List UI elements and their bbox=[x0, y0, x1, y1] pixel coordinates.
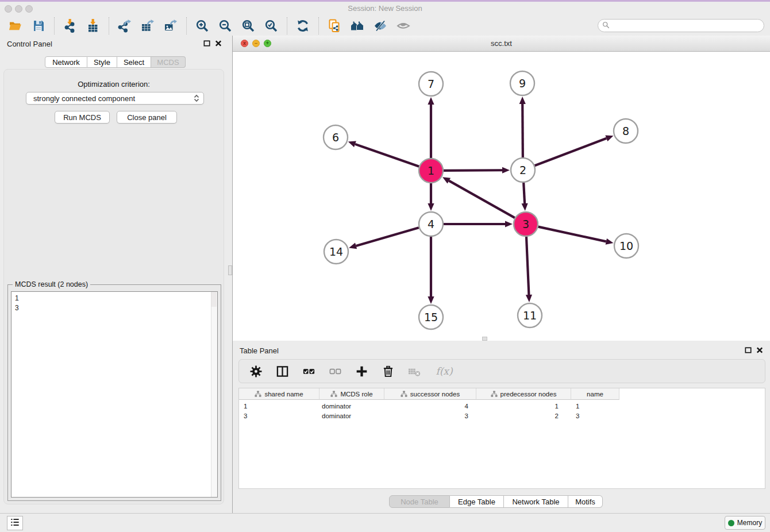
column-label: name bbox=[587, 391, 603, 398]
horizontal-splitter-handle[interactable] bbox=[482, 337, 487, 341]
task-history-button[interactable] bbox=[7, 516, 23, 530]
add-icon[interactable] bbox=[354, 364, 369, 379]
column-header-name[interactable]: name bbox=[571, 388, 619, 400]
tree-icon bbox=[491, 391, 498, 398]
tab-motifs[interactable]: Motifs bbox=[568, 495, 603, 508]
column-label: predecessor nodes bbox=[500, 391, 557, 398]
edge-3-10[interactable] bbox=[538, 227, 613, 245]
close-table-panel-icon[interactable] bbox=[756, 346, 764, 354]
hide-details-icon[interactable] bbox=[373, 18, 388, 33]
float-table-panel-icon[interactable] bbox=[744, 346, 753, 354]
cell-predecessor-nodes[interactable]: 2 bbox=[476, 411, 571, 421]
tab-network[interactable]: Network bbox=[45, 56, 87, 68]
column-header-shared-name[interactable]: shared name bbox=[239, 388, 319, 400]
edge-1-4[interactable] bbox=[428, 183, 434, 211]
zoom-fit-icon[interactable] bbox=[241, 18, 256, 33]
memory-button[interactable]: Memory bbox=[725, 516, 765, 530]
memory-label: Memory bbox=[737, 519, 762, 527]
fx-icon[interactable]: f(x) bbox=[433, 364, 455, 379]
node-9[interactable]: 9 bbox=[510, 71, 534, 95]
cell-shared-name[interactable]: 1 bbox=[239, 401, 319, 411]
zoom-in-icon[interactable] bbox=[195, 18, 210, 33]
delete-table-icon[interactable] bbox=[407, 364, 422, 379]
save-icon[interactable] bbox=[31, 18, 46, 33]
node-1[interactable]: 1 bbox=[419, 159, 443, 183]
edge-2-9[interactable] bbox=[519, 97, 526, 157]
tab-mcds[interactable]: MCDS bbox=[151, 56, 186, 68]
table-row-2[interactable]: 3dominator323 bbox=[239, 411, 619, 421]
network-view-window: x – + scc.txt 7968124314101511 bbox=[233, 36, 770, 341]
node-3[interactable]: 3 bbox=[514, 212, 538, 236]
tab-select[interactable]: Select bbox=[117, 56, 151, 68]
node-label: 14 bbox=[329, 245, 343, 258]
delete-icon[interactable] bbox=[380, 364, 395, 379]
select-all-icon[interactable] bbox=[301, 364, 316, 379]
node-14[interactable]: 14 bbox=[324, 240, 348, 264]
node-6[interactable]: 6 bbox=[324, 125, 348, 149]
run-mcds-button[interactable]: Run MCDS bbox=[55, 111, 110, 124]
criterion-select[interactable]: strongly connected component bbox=[26, 92, 204, 105]
column-header-predecessor-nodes[interactable]: predecessor nodes bbox=[476, 388, 571, 400]
node-7[interactable]: 7 bbox=[419, 72, 443, 96]
zoom-out-icon[interactable] bbox=[218, 18, 233, 33]
import-network-icon[interactable] bbox=[63, 18, 78, 33]
export-network-icon[interactable] bbox=[117, 18, 132, 33]
network-canvas[interactable]: 7968124314101511 bbox=[233, 52, 770, 341]
mcds-scrollbar[interactable] bbox=[211, 292, 217, 497]
column-label: shared name bbox=[264, 391, 303, 398]
import-table-icon[interactable] bbox=[86, 18, 101, 33]
vertical-splitter-handle[interactable] bbox=[228, 265, 232, 275]
cell-shared-name[interactable]: 3 bbox=[239, 411, 319, 421]
export-table-icon[interactable] bbox=[140, 18, 155, 33]
float-panel-icon[interactable] bbox=[203, 39, 211, 48]
tab-edge-table[interactable]: Edge Table bbox=[450, 495, 504, 508]
edge-4-14[interactable] bbox=[349, 228, 419, 249]
node-table: shared nameMCDS rolesuccessor nodesprede… bbox=[238, 388, 765, 489]
cell-name[interactable]: 3 bbox=[571, 411, 619, 421]
show-details-icon[interactable] bbox=[396, 18, 411, 33]
tab-network-table[interactable]: Network Table bbox=[504, 495, 568, 508]
cell-successor-nodes[interactable]: 4 bbox=[384, 401, 476, 411]
table-row-1[interactable]: 1dominator411 bbox=[239, 401, 619, 411]
cell-predecessor-nodes[interactable]: 1 bbox=[476, 401, 571, 411]
edge-4-15[interactable] bbox=[428, 237, 434, 304]
home-icon[interactable] bbox=[350, 18, 365, 33]
node-10[interactable]: 10 bbox=[614, 234, 638, 258]
edge-1-2[interactable] bbox=[444, 167, 510, 174]
close-panel-icon[interactable] bbox=[214, 39, 223, 48]
unselect-all-icon[interactable] bbox=[328, 364, 342, 379]
node-11[interactable]: 11 bbox=[518, 303, 542, 327]
search-input[interactable] bbox=[598, 19, 764, 32]
column-header-successor-nodes[interactable]: successor nodes bbox=[384, 388, 476, 400]
cell-MCDS-role[interactable]: dominator bbox=[319, 411, 384, 421]
split-columns-icon[interactable] bbox=[275, 364, 290, 379]
edge-4-3[interactable] bbox=[444, 221, 513, 227]
copy-network-icon[interactable] bbox=[327, 18, 342, 33]
column-header-MCDS-role[interactable]: MCDS role bbox=[319, 388, 384, 400]
close-panel-button[interactable]: Close panel bbox=[117, 111, 177, 124]
edge-2-8[interactable] bbox=[535, 136, 614, 166]
toolbar-group-5 bbox=[287, 17, 319, 34]
refresh-icon[interactable] bbox=[295, 18, 310, 33]
node-2[interactable]: 2 bbox=[511, 158, 535, 182]
open-icon[interactable] bbox=[8, 18, 23, 33]
node-4[interactable]: 4 bbox=[419, 212, 443, 236]
status-bar: Memory bbox=[0, 513, 770, 532]
edge-2-3[interactable] bbox=[521, 183, 528, 211]
edge-1-7[interactable] bbox=[428, 97, 434, 158]
criterion-value: strongly connected component bbox=[33, 94, 135, 103]
edge-1-6[interactable] bbox=[348, 141, 419, 167]
cell-successor-nodes[interactable]: 3 bbox=[384, 411, 476, 421]
zoom-selected-icon[interactable] bbox=[264, 18, 279, 33]
gear-icon[interactable] bbox=[248, 364, 263, 379]
export-image-icon[interactable] bbox=[163, 18, 178, 33]
cell-name[interactable]: 1 bbox=[571, 401, 619, 411]
node-15[interactable]: 15 bbox=[419, 305, 443, 329]
edge-3-11[interactable] bbox=[526, 237, 532, 302]
mcds-result-text[interactable]: 13 bbox=[11, 291, 218, 498]
tab-style[interactable]: Style bbox=[87, 56, 117, 68]
node-8[interactable]: 8 bbox=[614, 119, 638, 143]
cell-MCDS-role[interactable]: dominator bbox=[319, 401, 384, 411]
edge-3-1[interactable] bbox=[442, 177, 515, 218]
tab-node-table[interactable]: Node Table bbox=[389, 495, 450, 508]
